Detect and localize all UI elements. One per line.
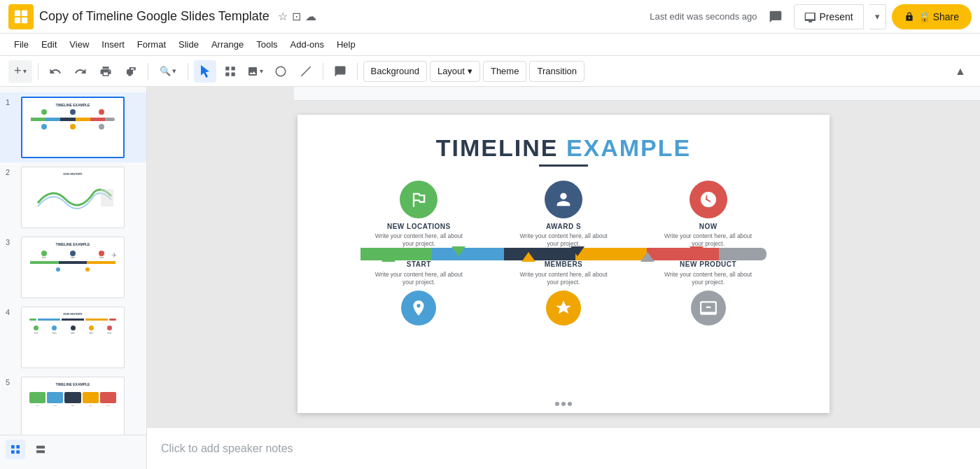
select-tool[interactable] <box>194 60 216 83</box>
line-tool[interactable] <box>295 60 317 83</box>
main-slide-canvas[interactable]: TIMELINE EXAMPLE NEW LOCATIONS Write you… <box>298 115 830 413</box>
menu-arrange[interactable]: Arrange <box>206 36 249 52</box>
slide-preview-4: OUR HISTORY <box>21 307 125 368</box>
svg-rect-10 <box>101 189 113 206</box>
title-icons: ☆ ⊡ ☁ <box>278 10 316 23</box>
arrow-start <box>382 252 396 262</box>
present-button[interactable]: Present <box>794 4 864 29</box>
bar-orange <box>575 248 647 260</box>
now-icon <box>690 181 727 218</box>
ruler-horizontal <box>294 87 980 101</box>
toolbar-sep-1 <box>38 63 38 80</box>
menu-tools[interactable]: Tools <box>251 36 283 52</box>
awards-title: AWARD S <box>518 223 609 230</box>
slides-panel: 1 TIMELINE EXAMPLE <box>0 87 147 469</box>
menu-slide[interactable]: Slide <box>173 36 204 52</box>
canvas-notes-area: TIMELINE EXAMPLE NEW LOCATIONS Write you… <box>147 87 980 469</box>
slide-thumb-5[interactable]: 5 TIMELINE EXAMPLE text text text <box>0 372 146 442</box>
zoom-button[interactable]: 🔍 ▾ <box>154 60 182 83</box>
svg-rect-12 <box>16 445 20 449</box>
main-area: 1 TIMELINE EXAMPLE <box>0 87 980 469</box>
menu-edit[interactable]: Edit <box>36 36 62 52</box>
svg-rect-16 <box>36 450 45 453</box>
menu-bar: File Edit View Insert Format Slide Arran… <box>0 34 980 56</box>
comments-button[interactable] <box>763 4 788 29</box>
speaker-notes-placeholder[interactable]: Click to add speaker notes <box>161 442 293 455</box>
transition-button[interactable]: Transition <box>529 61 584 82</box>
slide-thumb-1[interactable]: 1 TIMELINE EXAMPLE <box>0 92 146 162</box>
menu-format[interactable]: Format <box>132 36 172 52</box>
new-product-title: NEW PRODUCT <box>663 260 754 268</box>
slide-thumb-4[interactable]: 4 OUR HISTORY <box>0 302 146 372</box>
theme-button[interactable]: Theme <box>483 61 526 82</box>
document-title: Copy of Timeline Google Slides Template <box>39 9 270 24</box>
background-button[interactable]: Background <box>363 61 427 82</box>
add-button[interactable]: + ▾ <box>8 60 32 83</box>
theme-label: Theme <box>491 66 519 76</box>
grid-view-button[interactable] <box>6 440 25 459</box>
timeline-item-start: START Write your content here, all about… <box>373 260 464 326</box>
present-label: Present <box>820 11 853 22</box>
timeline-item-awards: AWARD S Write your content here, all abo… <box>518 181 609 248</box>
slides-bottom-panel <box>0 435 146 463</box>
svg-rect-7 <box>231 72 234 76</box>
timeline-bar-area <box>326 248 802 260</box>
slide-preview-3: TIMELINE EXAMPLE item item item <box>21 237 125 298</box>
menu-view[interactable]: View <box>64 36 94 52</box>
comment-button[interactable] <box>329 60 351 83</box>
speaker-notes[interactable]: Click to add speaker notes <box>147 427 980 469</box>
print-button[interactable] <box>94 60 117 83</box>
toolbar-sep-4 <box>323 63 323 80</box>
layout-button[interactable]: Layout ▾ <box>430 61 480 82</box>
new-locations-icon <box>400 181 438 218</box>
bar-green <box>360 248 432 260</box>
arrow-new-locations <box>451 246 465 256</box>
slide-num-4: 4 <box>6 308 15 316</box>
paint-format-button[interactable] <box>120 60 142 83</box>
svg-rect-6 <box>225 72 229 76</box>
redo-button[interactable] <box>69 60 92 83</box>
top-bar: Copy of Timeline Google Slides Template … <box>0 0 980 34</box>
slide-num-5: 5 <box>6 378 15 386</box>
image-tool[interactable]: ▾ <box>244 60 267 83</box>
svg-line-9 <box>301 66 311 76</box>
layout-chevron: ▾ <box>468 66 472 76</box>
share-button[interactable]: 🔒 Share <box>892 4 972 29</box>
arrow-now <box>690 246 704 256</box>
bar-gray <box>719 248 766 260</box>
menu-help[interactable]: Help <box>331 36 361 52</box>
title-part2: EXAMPLE <box>566 134 691 161</box>
shapes-tool[interactable] <box>270 60 292 83</box>
menu-file[interactable]: File <box>8 36 34 52</box>
toolbar-sep-2 <box>148 63 148 80</box>
background-label: Background <box>371 66 419 76</box>
new-product-desc: Write your content here, all about your … <box>663 271 754 286</box>
slide-thumb-2[interactable]: 2 OUR HISTORY <box>0 162 146 232</box>
new-locations-desc: Write your content here, all about your … <box>373 232 464 248</box>
cloud-icon[interactable]: ☁ <box>305 10 316 23</box>
filmstrip-view-button[interactable] <box>31 440 50 459</box>
last-edit-status: Last edit was seconds ago <box>650 11 757 22</box>
menu-addons[interactable]: Add-ons <box>285 36 330 52</box>
menu-insert[interactable]: Insert <box>96 36 130 52</box>
svg-rect-3 <box>22 17 27 22</box>
layout-tool[interactable] <box>219 60 241 83</box>
new-product-icon <box>691 290 726 326</box>
present-dropdown[interactable]: ▾ <box>869 4 886 29</box>
svg-rect-14 <box>16 450 20 454</box>
scroll-dot-2 <box>561 402 566 406</box>
undo-button[interactable] <box>44 60 66 83</box>
svg-rect-1 <box>22 10 27 15</box>
scroll-dot-1 <box>555 402 559 406</box>
star-icon[interactable]: ☆ <box>278 10 288 23</box>
collapse-toolbar-button[interactable]: ▲ <box>949 60 972 83</box>
awards-desc: Write your content here, all about your … <box>518 232 609 248</box>
slide-preview-5: TIMELINE EXAMPLE text text text text tex… <box>21 377 125 438</box>
new-locations-title: NEW LOCATIONS <box>373 223 464 230</box>
folder-icon[interactable]: ⊡ <box>292 10 301 23</box>
timeline-item-new-locations: NEW LOCATIONS Write your content here, a… <box>373 181 464 248</box>
start-icon <box>401 290 436 326</box>
slide-thumb-3[interactable]: 3 TIMELINE EXAMPLE item item item <box>0 232 146 302</box>
slide-num-1: 1 <box>6 98 15 106</box>
toolbar: + ▾ 🔍 ▾ ▾ Backgrou <box>0 56 980 87</box>
